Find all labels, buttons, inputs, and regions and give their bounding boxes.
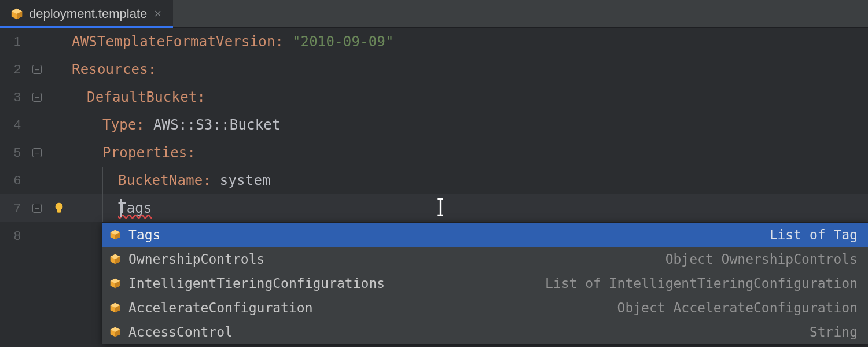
property-icon bbox=[109, 253, 122, 265]
line-number: 1 bbox=[0, 34, 28, 49]
line-number: 6 bbox=[0, 173, 28, 188]
code-line[interactable]: 1AWSTemplateFormatVersion: "2010-09-09" bbox=[0, 28, 868, 56]
tab-bar: deployment.template × bbox=[0, 0, 868, 28]
intention-gutter bbox=[46, 202, 72, 215]
completion-item[interactable]: TagsList of Tag bbox=[102, 223, 868, 247]
completion-item-label: OwnershipControls bbox=[128, 252, 264, 267]
completion-popup[interactable]: TagsList of TagOwnershipControlsObject O… bbox=[102, 222, 868, 344]
code-editor[interactable]: 1AWSTemplateFormatVersion: "2010-09-09"2… bbox=[0, 28, 868, 250]
code-token: BucketName bbox=[118, 172, 203, 189]
code-line[interactable]: 2−Resources: bbox=[0, 56, 868, 83]
completion-item-label: AccessControl bbox=[128, 324, 233, 339]
code-token: : bbox=[148, 61, 157, 77]
fold-gutter: − bbox=[28, 204, 46, 213]
completion-item-type: Object OwnershipControls bbox=[665, 252, 858, 267]
code-token: Tags bbox=[118, 200, 152, 216]
code-token: : bbox=[137, 117, 145, 133]
code-token bbox=[284, 34, 292, 50]
code-text[interactable]: Tags bbox=[72, 194, 868, 222]
code-token: : bbox=[197, 89, 205, 105]
ibeam-cursor-icon bbox=[436, 197, 444, 220]
code-text[interactable]: AWSTemplateFormatVersion: "2010-09-09" bbox=[72, 34, 868, 50]
code-text[interactable]: BucketName: system bbox=[72, 167, 868, 194]
fold-toggle[interactable]: − bbox=[32, 93, 42, 102]
completion-item[interactable]: AccelerateConfigurationObject Accelerate… bbox=[102, 296, 868, 320]
code-token: DefaultBucket bbox=[87, 89, 197, 105]
line-number: 7 bbox=[0, 201, 28, 216]
code-token: Properties bbox=[102, 145, 187, 161]
code-line[interactable]: 7−Tags bbox=[0, 194, 868, 222]
completion-item[interactable]: IntelligentTieringConfigurationsList of … bbox=[102, 271, 868, 296]
completion-item-type: List of Tag bbox=[770, 227, 858, 242]
fold-gutter: − bbox=[28, 148, 46, 157]
property-icon bbox=[109, 326, 122, 338]
fold-gutter: − bbox=[28, 93, 46, 102]
fold-gutter: − bbox=[28, 65, 46, 74]
line-number: 4 bbox=[0, 117, 28, 132]
code-line[interactable]: 5−Properties: bbox=[0, 139, 868, 167]
code-text[interactable]: Resources: bbox=[72, 61, 868, 77]
completion-item-label: IntelligentTieringConfigurations bbox=[128, 276, 385, 291]
completion-item[interactable]: AccessControlString bbox=[102, 320, 868, 344]
fold-toggle[interactable]: − bbox=[32, 204, 42, 213]
fold-toggle[interactable]: − bbox=[32, 65, 42, 74]
code-token: : bbox=[203, 172, 212, 189]
property-icon bbox=[109, 301, 122, 314]
close-tab-icon[interactable]: × bbox=[153, 6, 163, 21]
line-number: 8 bbox=[0, 228, 28, 243]
code-token: : bbox=[187, 145, 196, 161]
property-icon bbox=[109, 228, 122, 241]
code-text[interactable]: Properties: bbox=[72, 139, 868, 167]
code-token: AWSTemplateFormatVersion bbox=[72, 34, 275, 50]
line-number: 5 bbox=[0, 145, 28, 160]
text-caret bbox=[120, 199, 122, 217]
completion-item-type: String bbox=[810, 324, 858, 339]
fold-toggle[interactable]: − bbox=[32, 148, 42, 157]
code-line[interactable]: 3−DefaultBucket: bbox=[0, 83, 868, 111]
code-line[interactable]: 6BucketName: system bbox=[0, 167, 868, 194]
line-number: 3 bbox=[0, 90, 28, 105]
line-number: 2 bbox=[0, 62, 28, 77]
intention-bulb-icon[interactable] bbox=[53, 202, 65, 215]
code-token: system bbox=[211, 172, 271, 189]
cloudformation-file-icon bbox=[10, 8, 23, 20]
editor-tab[interactable]: deployment.template × bbox=[0, 0, 173, 27]
code-text[interactable]: Type: AWS::S3::Bucket bbox=[72, 111, 868, 139]
tab-filename: deployment.template bbox=[29, 6, 147, 21]
completion-item[interactable]: OwnershipControlsObject OwnershipControl… bbox=[102, 247, 868, 271]
code-token: Type bbox=[102, 117, 137, 133]
completion-item-type: Object AccelerateConfiguration bbox=[617, 300, 858, 315]
completion-item-label: Tags bbox=[128, 227, 160, 242]
code-token: : bbox=[275, 34, 284, 50]
completion-item-label: AccelerateConfiguration bbox=[128, 300, 313, 315]
property-icon bbox=[109, 277, 122, 290]
code-token: Resources bbox=[72, 61, 148, 77]
code-token: "2010-09-09" bbox=[292, 34, 394, 50]
completion-item-type: List of IntelligentTieringConfiguration bbox=[545, 276, 858, 291]
code-token: AWS::S3::Bucket bbox=[145, 117, 280, 133]
code-line[interactable]: 4Type: AWS::S3::Bucket bbox=[0, 111, 868, 139]
code-text[interactable]: DefaultBucket: bbox=[72, 89, 868, 105]
